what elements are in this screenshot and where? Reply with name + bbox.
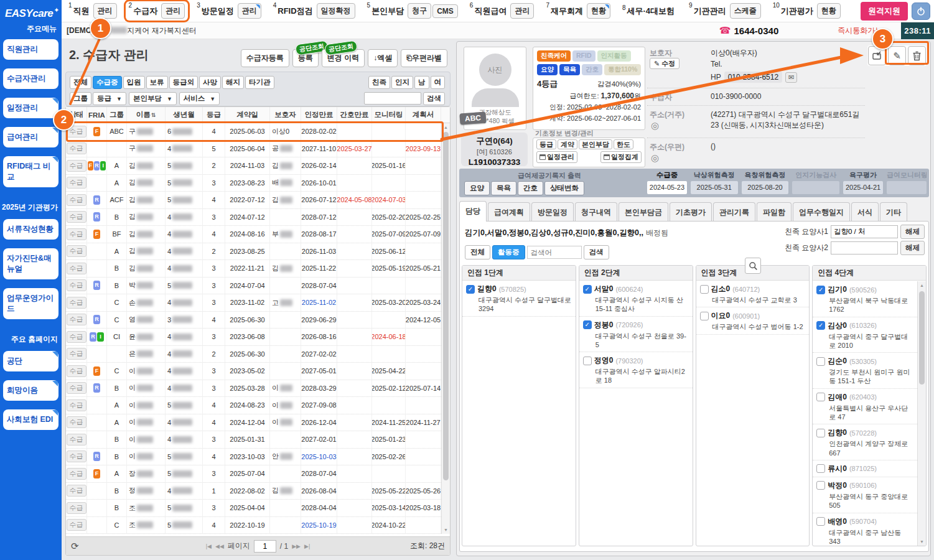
table-row[interactable]: 수급RC염342025-06-302029-06-292024-12-05 [66,312,450,329]
nav-item-3[interactable]: 3방문일정관리 [194,1,264,21]
family-caregiver1-input[interactable] [831,225,898,238]
table-row[interactable]: 수급B정412022-08-02김2026-08-042025-05-22202… [66,483,450,500]
table-row[interactable]: 수급FABC구642025-06-03이상02028-02-02 [66,123,450,141]
caregiver-checkbox[interactable] [583,357,592,365]
attr-filter-친족[interactable]: 친족 [368,76,390,89]
attr-filter-인지[interactable]: 인지 [391,76,413,89]
status-filter-수급중[interactable]: 수급중 [93,76,122,89]
select-등급[interactable]: 등급▼ [93,92,126,105]
scroll-up-icon[interactable]: ▲ [442,123,450,131]
table-row[interactable]: 수급RB이542023-10-03안2025-10-032025-02-26 [66,449,450,466]
family-caregiver2-release-button[interactable]: 해제 [900,241,925,255]
attr-filter-여[interactable]: 여 [431,76,446,89]
list-item[interactable]: 류시0(871025) [813,460,917,477]
sidebar-item-RFID태그 비교[interactable]: RFID태그 비교 [3,156,58,187]
caregiver-checkbox[interactable]: ✓ [816,321,825,330]
nav-item-8[interactable]: 8세무·4대보험 [619,4,680,19]
list-item[interactable]: 김애0(620403)서울특별시 용산구 우사단로 47 [813,389,917,425]
column-header-인정만료[interactable]: 인정만료 [301,107,337,123]
sidebar-item-공단[interactable]: 공단 [3,351,58,371]
page-input[interactable] [254,540,276,553]
attr-filter-남[interactable]: 남 [414,76,429,89]
caregiver-checkbox[interactable] [816,517,825,526]
caregiver-checkbox[interactable]: ✓ [816,286,825,294]
list-item[interactable]: ✓길향0(570825)대구광역시 수성구 달구벌대로 3294 [462,281,576,317]
status-filter-타기관[interactable]: 타기관 [245,76,274,89]
list-item[interactable]: 이요0(600901)대구광역시 수성구 범어동 1-2 [696,307,810,334]
caregiver-checkbox[interactable] [816,357,825,366]
family-caregiver1-release-button[interactable]: 해제 [900,225,925,239]
column-header-상태[interactable]: 상태 [66,107,87,123]
list-item[interactable]: ✓정봉0(720926)대구광역시 수성구 천을로 39-5 [579,317,693,353]
nav-sub-button[interactable]: 일정확정 [317,3,355,19]
schedule-button-일정관리[interactable]: 일정관리 [536,151,577,163]
column-header-보호자[interactable]: 보호자 [270,107,301,123]
sidebar-item-희망이음[interactable]: 희망이음 [3,380,58,401]
basic-button-계약[interactable]: 계약 [558,139,577,149]
caregiver-checkbox[interactable] [816,393,825,401]
table-row[interactable]: 수급A김422023-08-252026-11-032025-06-12 [66,243,450,261]
search-caregiver-button[interactable] [745,258,761,274]
sidebar-item-급여관리[interactable]: 급여관리 [3,127,58,147]
table-scrollbar[interactable]: ▲ ▼ [441,123,450,534]
sidebar-item-직원관리[interactable]: 직원관리 [3,39,58,60]
caregiver-checkbox[interactable] [700,312,709,320]
sidebar-item-자가진단&매뉴얼[interactable]: 자가진단&매뉴얼 [3,248,58,279]
table-row[interactable]: 수급RB박532024-07-042028-07-04 [66,278,450,295]
tab-담당[interactable]: 담당 [459,201,487,222]
popup-window-button[interactable] [868,46,886,65]
column-header-계약일[interactable]: 계약일 [225,107,270,123]
sidebar-item-수급자관리[interactable]: 수급자관리 [3,68,58,89]
table-row[interactable]: 수급FBF김442024-08-16부2028-08-172025-07-092… [66,226,450,243]
table-row[interactable]: 수급RICI윤432023-06-082026-08-162024-06-18 [66,329,450,346]
table-row[interactable]: 수급RACF김542022-07-12김2026-07-122024-05-08… [66,192,450,209]
nav-sub-button[interactable]: 관리 [238,3,261,19]
status-filter-해지[interactable]: 해지 [222,76,244,89]
column-header-모니터링[interactable]: 모니터링 [372,107,406,123]
nav-item-2[interactable]: 2수급자관리 [126,1,189,21]
caregiver-checkbox[interactable] [816,481,825,490]
staff-search-button[interactable]: 검색 [584,245,609,259]
nav-sub-button[interactable]: CMS [432,4,458,18]
table-row[interactable]: 수급B이432025-01-312027-02-012025-01-23 [66,431,450,449]
list-item[interactable]: 김순0(530305)경기도 부천시 원미구 원미동 151-1 두산 [813,353,917,389]
list-item[interactable]: ✓김상0(610326)대구광역시 중구 달구벌대로 2010 [813,317,917,353]
table-row[interactable]: 수급은422025-06-302027-02-02 [66,346,450,363]
list-item[interactable]: 배영0(590704)대구광역시 중구 남산동 343 [813,513,917,546]
scrollbar-thumb[interactable] [443,132,449,480]
list-item[interactable]: 김소0(640712)대구광역시 수성구 교학로 3 [696,281,810,307]
basic-button-한도[interactable]: 한도 [614,139,633,149]
nav-sub-button[interactable]: 관리 [161,3,185,19]
nav-sub-button[interactable]: 관리 [510,3,534,19]
select-서비스[interactable]: 서비스▼ [179,92,220,105]
nav-item-7[interactable]: 7재무회계현황 [543,1,614,21]
remote-support-button[interactable]: 원격지원 [861,2,908,21]
prev-page-icon[interactable]: ◀◀ [215,543,224,549]
action-button-우편라벨[interactable]: ⎗우편라벨 [401,49,447,67]
list-item[interactable]: 정영0(790320)대구광역시 수성구 알파시티2로 18 [579,352,693,388]
select-본인부담[interactable]: 본인부담▼ [129,92,177,105]
status-filter-입원[interactable]: 입원 [123,76,145,89]
column-header-간호만료[interactable]: 간호만료 [337,107,372,123]
nav-item-10[interactable]: 10기관평가현황 [770,1,844,21]
family-caregiver2-input[interactable] [831,241,898,254]
tab-기타[interactable]: 기타 [880,202,907,222]
tab-본인부담금[interactable]: 본인부담금 [619,202,668,222]
record-print-요양[interactable]: 요양 [464,181,490,195]
table-row[interactable]: 수급C조542022-10-192025-10-192024-10-22 [66,517,450,534]
caregiver-checkbox[interactable] [816,429,825,437]
step4-scrollbar[interactable]: ▲▼ [917,281,926,546]
tab-파일함[interactable]: 파일함 [757,202,792,222]
record-print-목욕[interactable]: 목욕 [491,181,516,195]
refresh-icon[interactable]: ⟳ [71,541,79,552]
tab-방문일정[interactable]: 방문일정 [531,202,574,222]
first-page-icon[interactable]: |◀ [206,543,212,549]
column-header-FRIA[interactable]: FRIA [87,107,107,123]
action-button-변경 이력[interactable]: 변경 이력공단조회 [322,49,365,67]
tab-기초평가[interactable]: 기초평가 [670,202,712,222]
status-filter-사망[interactable]: 사망 [199,76,221,89]
mail-icon[interactable]: ✉ [785,72,797,83]
basic-button-본인부담[interactable]: 본인부담 [579,139,612,149]
column-header-그룹[interactable]: 그룹 [107,107,127,123]
scroll-down-icon[interactable]: ▼ [442,526,450,534]
